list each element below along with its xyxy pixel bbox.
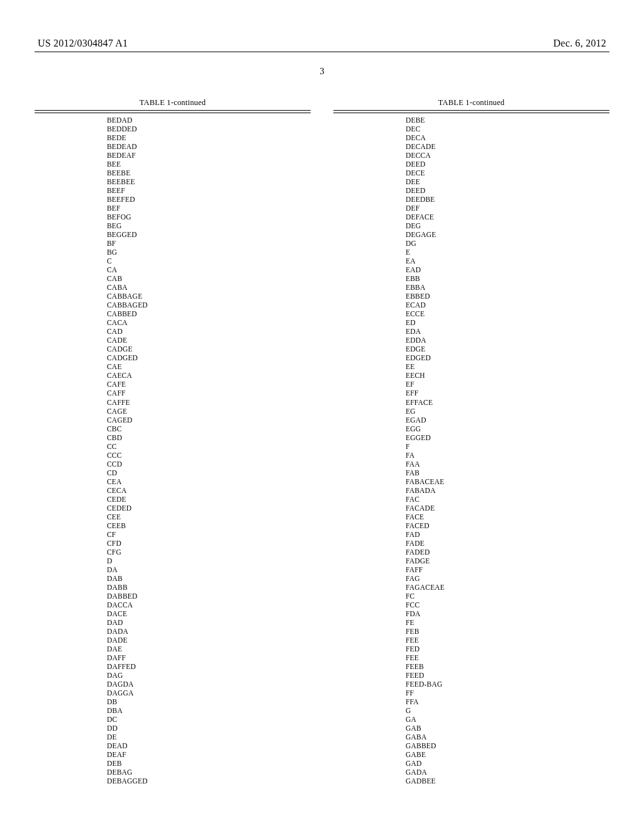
- word-entry: DAGDA: [107, 680, 311, 689]
- word-entry: CAD: [107, 327, 311, 336]
- word-entry: CABBED: [107, 309, 311, 318]
- word-entry: EBB: [406, 274, 609, 283]
- publication-date: Dec. 6, 2012: [553, 38, 606, 49]
- word-entry: EDDA: [406, 336, 609, 345]
- word-entry: FC: [406, 592, 609, 600]
- word-entry: DEF: [406, 204, 609, 213]
- word-entry: CAB: [107, 274, 311, 283]
- word-entry: FABADA: [406, 486, 609, 495]
- word-entry: DB: [107, 697, 311, 706]
- word-entry: FAB: [406, 468, 609, 477]
- word-entry: GABBED: [406, 741, 609, 750]
- word-entry: EECH: [406, 371, 609, 380]
- word-entry: DA: [107, 565, 311, 574]
- word-entry: EG: [406, 407, 609, 416]
- word-entry: DABBED: [107, 592, 311, 600]
- word-entry: DAGGA: [107, 689, 311, 697]
- table-rule: [333, 113, 609, 113]
- word-entry: DAFF: [107, 653, 311, 662]
- word-entry: CCD: [107, 460, 311, 468]
- word-entry: EE: [406, 362, 609, 371]
- header-rule: [35, 52, 609, 52]
- word-entry: BEEF: [107, 186, 311, 195]
- word-entry: DADA: [107, 627, 311, 636]
- word-entry: CAFE: [107, 380, 311, 389]
- word-entry: CAECA: [107, 371, 311, 380]
- word-entry: CF: [107, 530, 311, 539]
- word-entry: BEDEAD: [107, 142, 311, 151]
- word-entry: DECADE: [406, 142, 609, 151]
- word-entry: CBD: [107, 433, 311, 442]
- word-entry: CAGE: [107, 407, 311, 416]
- table-rule: [35, 110, 311, 111]
- word-entry: GAB: [406, 724, 609, 733]
- word-entry: CD: [107, 468, 311, 477]
- word-entry: DEG: [406, 221, 609, 230]
- word-entry: CFG: [107, 548, 311, 556]
- word-entry: CABBAGE: [107, 292, 311, 301]
- word-entry: FADED: [406, 548, 609, 556]
- word-entry: DEEDBE: [406, 195, 609, 204]
- word-entry: DECE: [406, 169, 609, 177]
- word-entry: CADGE: [107, 345, 311, 353]
- word-entry: EGGED: [406, 433, 609, 442]
- word-entry: EGAD: [406, 416, 609, 424]
- word-entry: FAC: [406, 495, 609, 504]
- word-entry: D: [107, 556, 311, 565]
- word-entry: CEEB: [107, 521, 311, 530]
- word-entry: FEE: [406, 636, 609, 645]
- word-entry: CABBAGED: [107, 301, 311, 309]
- word-list-right: DEBEDECDECADECADEDECCADEEDDECEDEEDEEDDEE…: [333, 116, 609, 785]
- word-entry: ED: [406, 318, 609, 327]
- table-caption-left: TABLE 1-continued: [35, 98, 311, 108]
- word-entry: CBC: [107, 424, 311, 433]
- word-entry: EAD: [406, 265, 609, 274]
- word-entry: CEE: [107, 512, 311, 521]
- word-entry: DBA: [107, 706, 311, 715]
- word-entry: CC: [107, 442, 311, 451]
- word-entry: EA: [406, 257, 609, 265]
- word-entry: DEBAG: [107, 768, 311, 777]
- word-entry: FE: [406, 618, 609, 627]
- word-entry: BEEBEE: [107, 177, 311, 186]
- word-entry: CA: [107, 265, 311, 274]
- word-entry: CAE: [107, 362, 311, 371]
- word-entry: DECCA: [406, 151, 609, 160]
- word-entry: FCC: [406, 600, 609, 609]
- word-entry: GABE: [406, 750, 609, 759]
- word-entry: DEGAGE: [406, 230, 609, 239]
- word-entry: EBBED: [406, 292, 609, 301]
- word-entry: FAG: [406, 574, 609, 583]
- word-entry: DADE: [107, 636, 311, 645]
- word-entry: FADE: [406, 539, 609, 548]
- word-entry: BEFOG: [107, 213, 311, 221]
- word-entry: CACA: [107, 318, 311, 327]
- word-entry: DEFACE: [406, 213, 609, 221]
- word-entry: FF: [406, 689, 609, 697]
- word-entry: CEDED: [107, 504, 311, 512]
- word-entry: FDA: [406, 609, 609, 618]
- word-entry: EF: [406, 380, 609, 389]
- word-entry: FEED-BAG: [406, 680, 609, 689]
- word-entry: DE: [107, 733, 311, 741]
- word-entry: GAD: [406, 759, 609, 768]
- word-entry: EFF: [406, 389, 609, 397]
- word-list-left: BEDADBEDDEDBEDEBEDEADBEDEAFBEEBEEBEBEEBE…: [35, 116, 311, 785]
- word-entry: F: [406, 442, 609, 451]
- word-entry: FEEB: [406, 662, 609, 671]
- word-entry: DAE: [107, 645, 311, 653]
- word-entry: EDA: [406, 327, 609, 336]
- word-entry: FAGACEAE: [406, 583, 609, 592]
- word-entry: FED: [406, 645, 609, 653]
- word-entry: DEAF: [107, 750, 311, 759]
- word-entry: CAFFE: [107, 398, 311, 407]
- word-entry: BEDAD: [107, 116, 311, 124]
- word-entry: DACE: [107, 609, 311, 618]
- word-entry: CAFF: [107, 389, 311, 397]
- word-entry: DEED: [406, 186, 609, 195]
- word-entry: DAD: [107, 618, 311, 627]
- word-entry: CECA: [107, 486, 311, 495]
- word-entry: CABA: [107, 283, 311, 292]
- word-entry: EDGED: [406, 353, 609, 362]
- word-entry: G: [406, 706, 609, 715]
